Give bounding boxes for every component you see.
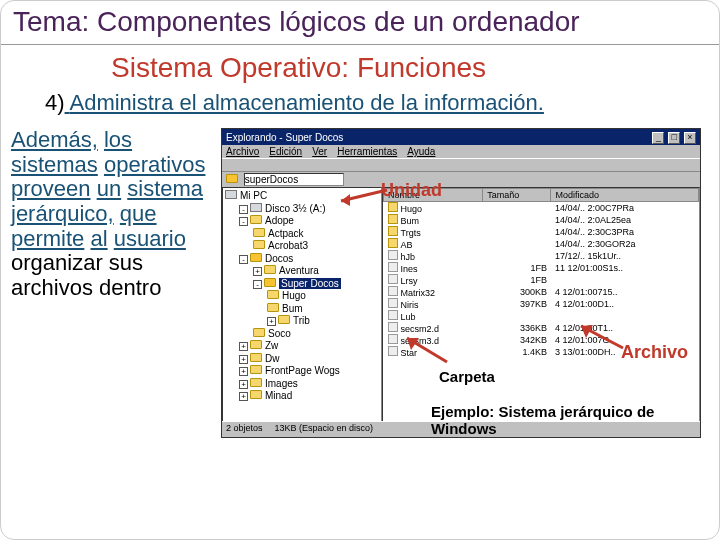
table-row[interactable]: Lub [384, 310, 699, 322]
slide-topic: Tema: Componentes lógicos de un ordenado… [1, 1, 719, 45]
tree-node[interactable]: +Dw [225, 353, 379, 366]
folder-tree[interactable]: Mi PC-Disco 3½ (A:)-AdopeActpackAcrobat3… [222, 187, 382, 425]
status-segment: 13KB (Espacio en disco) [275, 423, 374, 436]
tree-node[interactable]: -Docos [225, 253, 379, 266]
table-row[interactable]: Bum14/04/.. 2:0AL25ea [384, 214, 699, 226]
table-row[interactable]: hJb17/12/.. 15k1Ur.. [384, 250, 699, 262]
tree-node[interactable]: +Zw [225, 340, 379, 353]
table-row[interactable]: Ines1FB11 12/01:00S1s.. [384, 262, 699, 274]
bullet-line: 4) Administra el almacenamiento de la in… [1, 86, 719, 122]
tree-node[interactable]: -Super Docos [225, 278, 379, 291]
panes: Mi PC-Disco 3½ (A:)-AdopeActpackAcrobat3… [222, 187, 700, 425]
bullet-text: Administra el almacenamiento de la infor… [69, 90, 543, 115]
tree-node[interactable]: +Minad [225, 390, 379, 403]
paragraph-word: que [120, 201, 157, 226]
tree-node[interactable]: Mi PC [225, 190, 379, 203]
screenshot-area: Explorando - Super Docos _ □ × ArchivoEd… [221, 128, 715, 472]
menu-item[interactable]: Ver [312, 146, 327, 157]
menu-item[interactable]: Herramientas [337, 146, 397, 157]
paragraph-tail: organizar sus archivos dentro [11, 250, 161, 300]
table-row[interactable]: Trgts14/04/.. 2:30C3PRa [384, 226, 699, 238]
slide-subtitle: Sistema Operativo: Funciones [1, 45, 719, 86]
table-row[interactable]: Hugo14/04/.. 2:00C7PRa [384, 202, 699, 215]
paragraph-word: operativos [104, 152, 206, 177]
status-segment: 2 objetos [226, 423, 263, 436]
close-icon[interactable]: × [684, 132, 696, 144]
caption-text: Ejemplo: Sistema jerárquico de Windows [431, 404, 701, 437]
paragraph-word: los [104, 127, 132, 152]
bullet-number: 4) [45, 90, 65, 116]
table-row[interactable]: secsm2.d336KB4 12/01:00T1.. [384, 322, 699, 334]
paragraph-word: Además, [11, 127, 98, 152]
explorer-window: Explorando - Super Docos _ □ × ArchivoEd… [221, 128, 701, 438]
tree-node[interactable]: +Images [225, 378, 379, 391]
minimize-icon[interactable]: _ [652, 132, 664, 144]
annotation-archivo: Archivo [621, 342, 688, 363]
tree-node[interactable]: -Adope [225, 215, 379, 228]
column-header[interactable]: Tamaño [483, 189, 551, 202]
table-row[interactable]: Lrsy1FB [384, 274, 699, 286]
paragraph-word: sistema [127, 176, 203, 201]
menu-item[interactable]: Archivo [226, 146, 259, 157]
tree-node[interactable]: -Disco 3½ (A:) [225, 203, 379, 216]
window-buttons: _ □ × [651, 131, 696, 144]
toolbar [222, 158, 700, 172]
paragraph-word: proveen [11, 176, 91, 201]
tree-node[interactable]: Soco [225, 328, 379, 341]
menu-item[interactable]: Edición [269, 146, 302, 157]
maximize-icon[interactable]: □ [668, 132, 680, 144]
file-list[interactable]: NombreTamañoModificado Hugo14/04/.. 2:00… [382, 187, 700, 425]
table-row[interactable]: AB14/04/.. 2:30GOR2a [384, 238, 699, 250]
address-input[interactable] [244, 173, 344, 186]
address-bar [222, 172, 700, 187]
folder-icon [226, 174, 238, 183]
paragraph-word: un [97, 176, 121, 201]
table-row[interactable]: Matrix32300KB4 12/01:00715.. [384, 286, 699, 298]
paragraph-word: al [90, 226, 107, 251]
paragraph-word: sistemas [11, 152, 98, 177]
title-bar: Explorando - Super Docos _ □ × [222, 129, 700, 145]
tree-node[interactable]: Acrobat3 [225, 240, 379, 253]
tree-node[interactable]: Bum [225, 303, 379, 316]
content-area: Además, los sistemas operativos proveen … [1, 122, 719, 472]
paragraph: Además, los sistemas operativos proveen … [11, 128, 221, 472]
column-header[interactable]: Modificado [551, 189, 699, 202]
paragraph-word: jerárquico, [11, 201, 114, 226]
window-title: Explorando - Super Docos [226, 132, 343, 143]
annotation-carpeta: Carpeta [439, 368, 495, 385]
table-row[interactable]: Niris397KB4 12/01:00D1.. [384, 298, 699, 310]
paragraph-word: usuario [114, 226, 186, 251]
tree-node[interactable]: +FrontPage Wogs [225, 365, 379, 378]
tree-node[interactable]: +Trib [225, 315, 379, 328]
paragraph-word: permite [11, 226, 84, 251]
tree-node[interactable]: Actpack [225, 228, 379, 241]
menu-bar: ArchivoEdiciónVerHerramientasAyuda [222, 145, 700, 158]
annotation-unidad: Unidad [381, 180, 442, 201]
tree-node[interactable]: Hugo [225, 290, 379, 303]
menu-item[interactable]: Ayuda [407, 146, 435, 157]
tree-node[interactable]: +Aventura [225, 265, 379, 278]
